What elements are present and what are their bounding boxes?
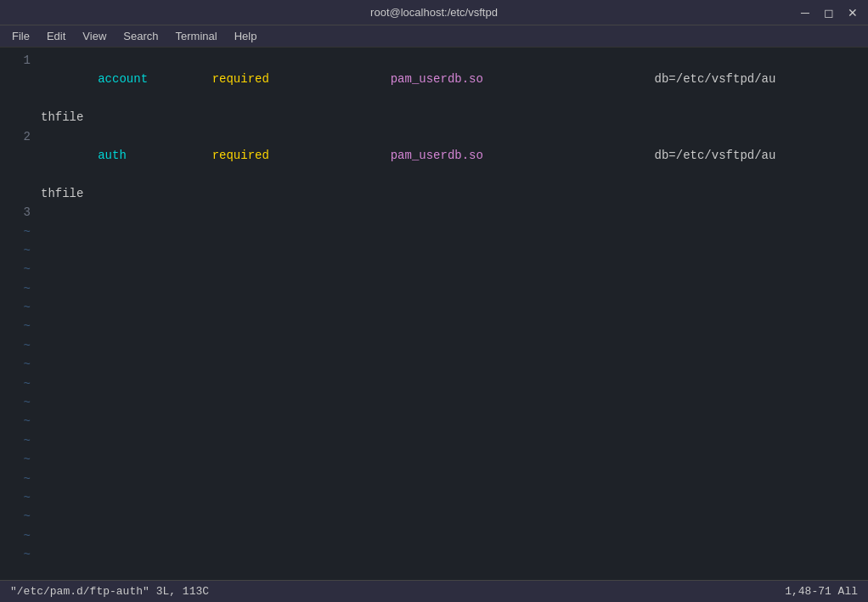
editor-line-2-cont: thfile	[0, 184, 868, 203]
tilde-line-11: ~	[0, 412, 868, 430]
spacer	[148, 72, 212, 86]
tilde-char: ~	[7, 545, 31, 564]
spacer	[269, 72, 391, 86]
tilde-char: ~	[7, 470, 31, 488]
token-account: account	[98, 72, 148, 86]
menu-edit[interactable]: Edit	[38, 28, 74, 44]
menu-terminal[interactable]: Terminal	[167, 28, 226, 44]
menu-help[interactable]: Help	[226, 28, 266, 44]
tilde-line-10: ~	[0, 393, 868, 412]
tilde-char: ~	[7, 450, 31, 469]
tilde-char: ~	[7, 488, 31, 507]
menu-view[interactable]: View	[74, 28, 115, 44]
status-position: 1,48-71 All	[785, 585, 858, 598]
editor-line-1-cont: thfile	[0, 108, 868, 127]
menu-bar: File Edit View Search Terminal Help	[0, 25, 868, 48]
tilde-char: ~	[7, 260, 31, 278]
tilde-char: ~	[7, 507, 31, 526]
tilde-char: ~	[7, 222, 31, 241]
tilde-line-18: ~	[0, 545, 868, 564]
status-file-info: "/etc/pam.d/ftp-auth" 3L, 113C	[10, 585, 209, 598]
tilde-line-15: ~	[0, 488, 868, 507]
tilde-char: ~	[7, 279, 31, 298]
tilde-char: ~	[7, 298, 31, 317]
minimize-button[interactable]: ─	[797, 4, 814, 21]
line-number-3: 3	[7, 203, 31, 222]
token-db-1: db=/etc/vsftpd/au	[655, 72, 776, 86]
tilde-char: ~	[7, 412, 31, 430]
window-controls: ─ ◻ ✕	[797, 4, 861, 21]
spacer	[127, 149, 212, 162]
spacer	[483, 149, 655, 162]
tilde-line-13: ~	[0, 450, 868, 469]
maximize-button[interactable]: ◻	[820, 4, 837, 21]
status-bar: "/etc/pam.d/ftp-auth" 3L, 113C 1,48-71 A…	[0, 580, 868, 602]
tilde-line-9: ~	[0, 374, 868, 393]
tilde-line-4: ~	[0, 279, 868, 298]
tilde-line-6: ~	[0, 317, 868, 335]
menu-search[interactable]: Search	[115, 28, 166, 44]
tilde-line-16: ~	[0, 507, 868, 526]
line-number-1: 1	[7, 51, 31, 70]
editor-content: 1 account required pam_userdb.so db=/etc…	[0, 48, 868, 580]
tilde-line-1: ~	[0, 222, 868, 241]
tilde-line-17: ~	[0, 526, 868, 545]
tilde-char: ~	[7, 241, 31, 260]
editor-area[interactable]: 1 account required pam_userdb.so db=/etc…	[0, 48, 868, 580]
close-button[interactable]: ✕	[844, 4, 861, 21]
tilde-line-8: ~	[0, 355, 868, 374]
editor-line-3: 3	[0, 203, 868, 222]
tilde-char: ~	[7, 355, 31, 374]
tilde-line-2: ~	[0, 241, 868, 260]
line-number-2: 2	[7, 127, 31, 146]
tilde-line-12: ~	[0, 431, 868, 450]
token-pam-1: pam_userdb.so	[391, 72, 483, 86]
line-content-1c: thfile	[41, 108, 83, 127]
token-db-2: db=/etc/vsftpd/au	[655, 149, 776, 162]
editor-line-2: 2 auth required pam_userdb.so db=/etc/vs…	[0, 127, 868, 184]
tilde-line-7: ~	[0, 336, 868, 355]
spacer	[483, 72, 655, 86]
editor-line-1: 1 account required pam_userdb.so db=/etc…	[0, 51, 868, 108]
line-content-2: auth required pam_userdb.so db=/etc/vsft…	[41, 127, 775, 184]
token-pam-2: pam_userdb.so	[391, 149, 483, 162]
token-required-2: required	[212, 149, 269, 162]
line-content-1: account required pam_userdb.so db=/etc/v…	[41, 51, 775, 108]
tilde-char: ~	[7, 393, 31, 412]
tilde-line-3: ~	[0, 260, 868, 278]
tilde-char: ~	[7, 336, 31, 355]
tilde-char: ~	[7, 374, 31, 393]
line-content-2c: thfile	[41, 184, 83, 203]
tilde-line-14: ~	[0, 470, 868, 488]
menu-file[interactable]: File	[3, 28, 38, 44]
tilde-char: ~	[7, 431, 31, 450]
token-required-1: required	[212, 72, 269, 86]
token-auth: auth	[98, 149, 127, 162]
spacer	[269, 149, 391, 162]
title-bar: root@localhost:/etc/vsftpd ─ ◻ ✕	[0, 0, 868, 25]
tilde-line-5: ~	[0, 298, 868, 317]
window-title: root@localhost:/etc/vsftpd	[370, 6, 498, 19]
tilde-char: ~	[7, 526, 31, 545]
tilde-char: ~	[7, 317, 31, 335]
